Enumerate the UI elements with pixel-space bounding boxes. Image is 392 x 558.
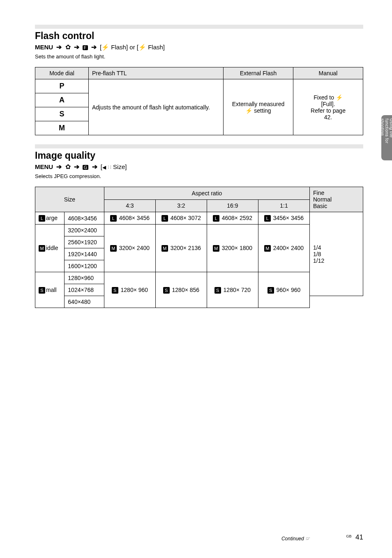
manual-desc: Fixed to [Full]. Refer to page 42. [293,79,363,135]
breadcrumb-menu: MENU [35,44,53,51]
arrow-icon: ➔ [90,44,98,51]
section-rule [35,25,363,29]
px-s1: 1280×960 [65,272,104,284]
section-title-quality: Image quality [35,150,363,161]
gear-icon [65,163,71,170]
continued-arrow-icon: ☞ [305,536,310,542]
size-s-icon: S [39,287,45,294]
flash-icon [336,94,343,101]
dial-p: P [35,79,89,93]
cell-m-11: M 2400× 2400 [258,225,309,272]
size-m-icon: M [39,245,45,252]
flash-icon [101,44,109,51]
th-3-2: 3:2 [155,199,207,212]
px-s3: 640×480 [65,296,104,308]
px-large: 4608×3456 [65,212,104,225]
breadcrumb-quality: MENU ➔ ➔ G ➔ [ Size] [35,163,363,171]
cell-l-43: L 4608× 3456 [104,212,155,225]
cell-s-11: S 960× 960 [258,272,309,308]
cell-m-32: M 3200× 2136 [155,225,207,272]
size-small: Small [35,272,65,308]
px-m1: 3200×2400 [65,225,104,236]
quality-table: Size Aspect ratio Fine Normal Basic 4:3 … [35,187,363,308]
arrow-icon: ➔ [90,163,99,170]
px-m4: 1600×1200 [65,260,104,272]
section-sub: Sets the amount of flash light. [35,53,363,60]
pre-flash-desc: Adjusts the amount of flash light automa… [89,79,224,135]
px-m3: 1920×1440 [65,248,104,260]
flash-table: Mode dial Pre-flash TTL External Flash M… [35,67,363,135]
cell-l-11: L 3456× 3456 [258,212,309,225]
th-aspect: Aspect ratio [104,187,309,200]
section-rule [35,144,363,148]
footer-lang: GB [346,534,351,538]
cell-s-32: S 1280× 856 [155,272,207,308]
dial-m: M [35,121,89,135]
arrow-icon: ➔ [72,163,81,170]
cell-m-169: M 3200× 1800 [207,225,258,272]
th-ext-flash: External Flash [224,67,293,79]
th-manual: Manual [293,67,363,79]
arrow-icon: ➔ [72,44,81,51]
th-4-3: 4:3 [104,199,155,212]
th-mode-dial: Mode dial [35,67,89,79]
th-pre-flash: Pre-flash TTL [89,67,224,79]
cell-l-32: L 4608× 3072 [155,212,207,225]
th-size: Size [35,187,104,212]
footer-page: 41 [355,533,363,541]
px-s2: 1024×768 [65,284,104,296]
compression-values: 1/4 1/8 1/12 [310,212,363,296]
breadcrumb-text: [ Size] [101,163,127,170]
tab-g-icon: G [83,165,89,170]
th-16-9: 16:9 [207,199,258,212]
section-sub: Selects JPEG compression. [35,173,363,179]
dial-s: S [35,107,89,121]
flash-icon [245,107,252,114]
size-large: Large [35,212,65,225]
size-middle: Middle [35,225,65,272]
breadcrumb-flash: MENU ➔ ➔ F ➔ [ Flash] or [ Flash] [35,43,363,51]
side-tab: Using the functions for shooting [381,115,392,160]
page-footer: GB 41 [346,533,363,542]
tab-f-icon: F [83,45,88,50]
th-1-1: 1:1 [258,199,309,212]
cell-l-169: L 4608× 2592 [207,212,258,225]
breadcrumb-text: Flash] [146,44,165,51]
section-title-flash: Flash control [35,30,363,42]
quality-icon [102,163,106,170]
ext-flash-desc: Externally measured setting [224,79,293,135]
cell-s-43: S 1280× 960 [104,272,155,308]
continued-marker: Continued ☞ [281,536,310,542]
arrow-icon: ➔ [55,163,63,170]
breadcrumb-text: Flash] or [ [109,44,138,51]
gear-icon [65,44,71,51]
px-m2: 2560×1920 [65,236,104,248]
dial-a: A [35,93,89,107]
th-compression: Fine Normal Basic [310,187,363,212]
breadcrumb-menu: MENU [35,163,53,170]
flash-icon [138,44,146,51]
cell-s-169: S 1280× 720 [207,272,258,308]
size-l-icon: L [39,215,45,222]
arrow-icon: ➔ [55,44,63,51]
cell-m-43: M 3200× 2400 [104,225,155,272]
